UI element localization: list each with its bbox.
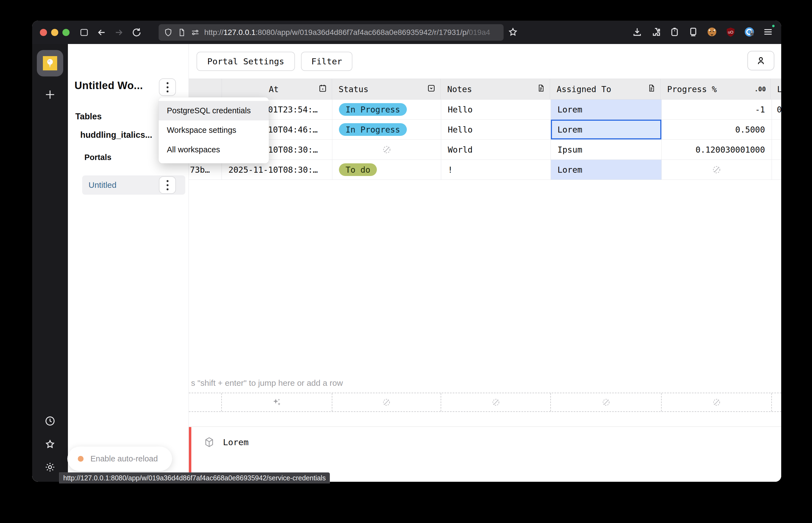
cell-status[interactable]	[332, 140, 441, 160]
null-icon	[492, 398, 500, 407]
jump-hint-text: s "shift + enter" to jump here or add a …	[191, 378, 343, 388]
device-icon[interactable]	[688, 26, 699, 38]
portals-heading: Portals	[85, 153, 111, 162]
window-controls	[40, 29, 70, 36]
settings-gear-icon[interactable]	[44, 462, 56, 474]
download-icon[interactable]	[632, 26, 643, 38]
ublock-icon[interactable]: uO	[725, 26, 736, 38]
cell-notes[interactable]: Hello	[441, 100, 551, 120]
ghost-cell[interactable]	[222, 393, 332, 411]
status-badge[interactable]: In Progress	[339, 103, 407, 116]
page-info-icon[interactable]	[177, 28, 186, 37]
menu-notification-dot	[771, 24, 775, 28]
portal-settings-button[interactable]: Portal Settings	[197, 52, 295, 71]
column-header-status[interactable]: Status	[332, 79, 441, 99]
cell-progress[interactable]: 0.5000	[662, 120, 772, 140]
record-title: Lorem	[223, 437, 248, 447]
column-header-last[interactable]: L	[771, 79, 781, 99]
portal-main: Portal Settings Filter At Status	[188, 44, 781, 482]
favorites-star-icon[interactable]	[44, 438, 56, 451]
app-menu-icon[interactable]	[762, 26, 774, 38]
cell-progress[interactable]	[662, 160, 772, 180]
status-badge[interactable]: In Progress	[339, 123, 407, 136]
column-header-assigned-to[interactable]: Assigned To	[550, 79, 661, 99]
permissions-icon[interactable]	[190, 28, 200, 37]
cell-status[interactable]: In Progress	[332, 120, 441, 140]
portal-toolbar: Portal Settings Filter	[189, 44, 781, 79]
cell-last[interactable]: 0	[772, 100, 781, 120]
null-icon	[382, 398, 391, 407]
null-icon	[712, 165, 721, 174]
tables-heading: Tables	[75, 112, 102, 122]
select-icon	[427, 84, 436, 95]
reload-icon[interactable]	[131, 27, 142, 38]
close-window-button[interactable]	[40, 29, 47, 36]
cell-notes[interactable]: Hello	[441, 120, 551, 140]
history-clock-icon[interactable]	[44, 415, 56, 428]
ghost-cell[interactable]	[332, 393, 441, 411]
cell-assigned-to[interactable]: Lorem	[551, 160, 662, 180]
url-bar[interactable]: http://127.0.0.1:8080/app/w/019a36d4d86f…	[159, 24, 503, 41]
column-header-id[interactable]	[189, 79, 222, 99]
ghost-cell[interactable]	[441, 393, 551, 411]
column-header-at[interactable]: At	[222, 79, 332, 99]
ghost-cell[interactable]	[662, 393, 772, 411]
cell-status[interactable]: In Progress	[332, 100, 441, 120]
sparkle-icon	[272, 397, 282, 408]
browser-window: http://127.0.0.1:8080/app/w/019a36d4d86f…	[32, 21, 781, 482]
auto-reload-status-dot	[78, 456, 84, 462]
bookmark-star-icon[interactable]	[508, 26, 518, 38]
person-icon	[755, 55, 767, 66]
portal-name-link[interactable]: Untitled	[89, 180, 116, 190]
ghost-cell[interactable]	[772, 393, 781, 411]
column-header-progress[interactable]: Progress % .00	[661, 79, 771, 99]
table-row: 01T23:54:… In Progress Hello Lorem -1 0	[189, 100, 781, 120]
shield-icon[interactable]	[164, 28, 173, 37]
cell-assigned-to[interactable]: Ipsum	[551, 140, 662, 160]
proxy-lock-icon[interactable]	[744, 26, 755, 38]
zoom-window-button[interactable]	[62, 29, 70, 36]
cell-notes[interactable]: !	[441, 160, 551, 180]
cell-last[interactable]	[772, 140, 781, 160]
cell-last[interactable]	[772, 120, 781, 140]
status-badge[interactable]: To do	[339, 163, 377, 176]
add-row-placeholder[interactable]	[189, 393, 781, 412]
auto-reload-label: Enable auto-reload	[90, 454, 158, 463]
sidebar-item-table[interactable]: huddling_italics...	[80, 130, 152, 140]
filter-button[interactable]: Filter	[301, 52, 352, 71]
user-button[interactable]	[748, 51, 774, 70]
workspace-pin-icon	[43, 56, 57, 70]
ghost-cell[interactable]	[551, 393, 662, 411]
menu-item-all-workspaces[interactable]: All workspaces	[159, 140, 269, 160]
container-icon[interactable]	[669, 26, 680, 38]
cell-assigned-to-selected[interactable]: Lorem	[551, 120, 662, 140]
ghost-cell[interactable]	[189, 393, 222, 411]
enable-auto-reload-button[interactable]: Enable auto-reload	[67, 447, 172, 471]
decimal-icon: .00	[754, 86, 766, 93]
url-text[interactable]: http://127.0.0.1:8080/app/w/019a36d4d86f…	[204, 28, 490, 37]
table-row: 71a… 2025-11-10T08:30:… World Ipsum 0.12…	[189, 140, 781, 160]
sidebar-toggle-icon[interactable]	[79, 27, 89, 38]
menu-item-workspace-settings[interactable]: Workspace settings	[159, 121, 269, 140]
cell-progress[interactable]: 0.120030001000	[662, 140, 772, 160]
workspace-tile[interactable]	[37, 50, 63, 76]
privacy-badger-icon[interactable]	[706, 26, 717, 38]
cube-icon	[203, 436, 215, 448]
cell-notes[interactable]: World	[441, 140, 551, 160]
kebab-icon	[167, 180, 168, 190]
portal-menu-button[interactable]	[159, 176, 176, 194]
column-header-notes[interactable]: Notes	[441, 79, 550, 99]
extensions-icon[interactable]	[650, 26, 661, 38]
browser-toolbar: http://127.0.0.1:8080/app/w/019a36d4d86f…	[32, 21, 781, 44]
back-icon[interactable]	[96, 27, 107, 38]
menu-item-postgresql-credentials[interactable]: PostgreSQL credentials	[159, 101, 269, 121]
cell-progress[interactable]: -1	[662, 100, 772, 120]
minimize-window-button[interactable]	[51, 29, 58, 36]
cell-assigned-to[interactable]: Lorem	[551, 100, 662, 120]
workspace-menu-button[interactable]	[159, 78, 176, 96]
text-document-icon	[537, 84, 546, 95]
null-icon	[602, 398, 610, 407]
cell-last[interactable]	[772, 160, 781, 180]
add-workspace-icon[interactable]	[43, 88, 57, 102]
cell-status[interactable]: To do	[332, 160, 441, 180]
